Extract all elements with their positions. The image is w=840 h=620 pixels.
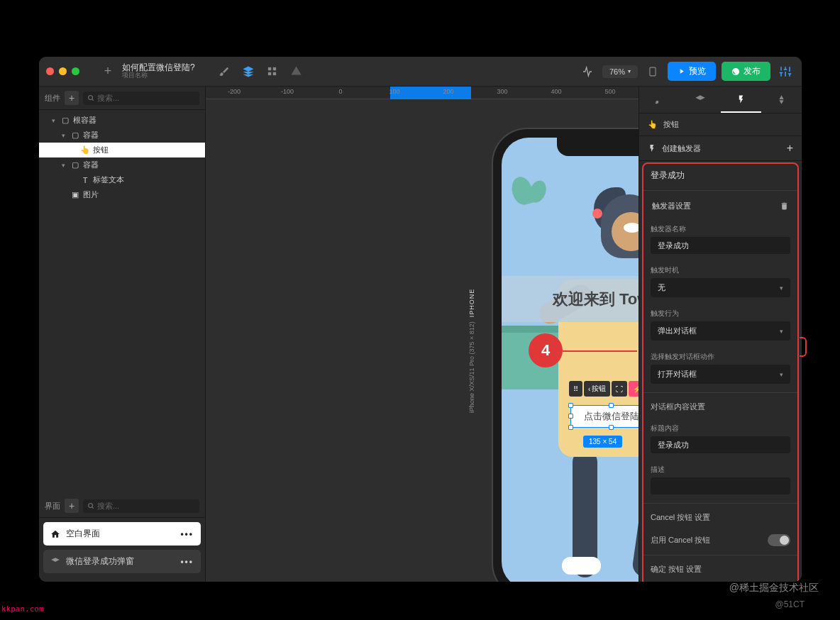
enable-cancel-label: 启用 Cancel 按钮 xyxy=(651,535,710,546)
horizontal-ruler: -200 -100 0 100 200 300 400 500 xyxy=(206,87,639,99)
grid-icon[interactable] xyxy=(263,62,282,81)
device-icon[interactable] xyxy=(643,62,662,81)
scene-blank[interactable]: 空白界面••• xyxy=(43,522,201,546)
device-label: iPhone X/XS/11 Pro (375 × 812) IPHONE xyxy=(468,289,475,413)
svg-rect-0 xyxy=(268,67,271,70)
element-toolbar: ⠿ ‹ 按钮 ⛶ ⚡ xyxy=(569,381,639,397)
tab-actions[interactable] xyxy=(721,87,761,113)
scene-list: 空白界面••• 微信登录成功弹窗••• xyxy=(39,518,205,582)
trigger-name-input[interactable] xyxy=(651,237,790,254)
annotation-small-box xyxy=(800,337,807,357)
tree-image[interactable]: ▣图片 xyxy=(39,187,205,202)
scenes-header: 界面 + 搜索... xyxy=(39,494,205,518)
scene-menu-icon[interactable]: ••• xyxy=(180,557,194,567)
speed-icon[interactable] xyxy=(578,62,597,81)
trigger-time-label: 触发时机 xyxy=(651,265,790,275)
svg-point-6 xyxy=(89,504,93,508)
phone-notch xyxy=(557,138,639,156)
traffic-lights xyxy=(46,67,79,75)
trigger-config-panel: 登录成功 触发器设置 触发器名称 触发时机 无▾ xyxy=(642,162,799,582)
tree-label-text[interactable]: T标签文本 xyxy=(39,172,205,187)
tab-layers[interactable] xyxy=(680,87,720,113)
breadcrumb-row: 👆 按钮 xyxy=(639,114,802,136)
phone-frame: 欢迎来到 Towify ⠿ ‹ 按钮 ⛶ ⚡ 点击微信登陆 xyxy=(493,129,639,582)
add-scene-button[interactable]: + xyxy=(65,499,79,513)
desc-label: 描述 xyxy=(651,465,790,475)
add-tab-button[interactable]: + xyxy=(99,63,116,80)
scene-search-input[interactable]: 搜索... xyxy=(83,499,199,513)
left-panel: 组件 + 搜索... ▾▢根容器 ▾▢容器 👆按钮 ▾▢容器 T标签文本 ▣图片… xyxy=(39,87,206,582)
app-window: + 如何配置微信登陆? 项目名称 76%▾ 预览 xyxy=(39,57,802,582)
cancel-settings-header: Cancel 按钮 设置 xyxy=(643,506,797,528)
annotation-badge: 4 xyxy=(529,333,563,367)
trigger-name-label: 触发器名称 xyxy=(651,224,790,234)
watermark-right-1: @稀土掘金技术社区 xyxy=(729,582,819,594)
cloud-icon[interactable] xyxy=(287,62,306,81)
welcome-banner[interactable]: 欢迎来到 Towify xyxy=(502,276,639,322)
preview-button[interactable]: 预览 xyxy=(668,62,716,81)
components-header: 组件 + 搜索... xyxy=(39,87,205,110)
login-button[interactable]: 点击微信登陆 xyxy=(571,406,639,427)
publish-button[interactable]: 发布 xyxy=(722,62,770,81)
canvas[interactable]: -200 -100 0 100 200 300 400 500 iPhone X… xyxy=(206,87,639,582)
title-content-input[interactable] xyxy=(651,436,790,453)
svg-rect-1 xyxy=(273,67,276,70)
tab-widgets[interactable] xyxy=(761,87,802,113)
bolt-icon xyxy=(648,143,656,153)
create-trigger-row[interactable]: 创建触发器 + xyxy=(639,136,802,161)
tree-button[interactable]: 👆按钮 xyxy=(39,143,205,157)
tree-root-container[interactable]: ▾▢根容器 xyxy=(39,113,205,128)
minimize-icon[interactable] xyxy=(59,67,67,75)
trigger-settings-header: 触发器设置 xyxy=(643,194,797,218)
desc-input[interactable] xyxy=(651,477,790,494)
right-panel-tabs xyxy=(639,87,802,114)
tree-container-1[interactable]: ▾▢容器 xyxy=(39,128,205,143)
tree-container-2[interactable]: ▾▢容器 xyxy=(39,157,205,172)
phone-screen[interactable]: 欢迎来到 Towify ⠿ ‹ 按钮 ⛶ ⚡ 点击微信登陆 xyxy=(502,138,639,582)
svg-rect-2 xyxy=(268,72,271,75)
tab-style[interactable] xyxy=(639,87,680,113)
layers-icon[interactable] xyxy=(239,62,258,81)
close-icon[interactable] xyxy=(46,67,54,75)
bolt-icon[interactable]: ⚡ xyxy=(629,381,639,397)
watermark-left: kkpan.com xyxy=(1,604,44,614)
component-search-input[interactable]: 搜索... xyxy=(83,92,199,105)
svg-rect-4 xyxy=(650,67,656,76)
trigger-time-select[interactable]: 无▾ xyxy=(651,278,790,297)
zoom-selector[interactable]: 76%▾ xyxy=(602,65,638,78)
dialog-action-label: 选择触发对话框动作 xyxy=(651,352,790,362)
settings-icon[interactable] xyxy=(776,62,795,81)
size-badge: 135 × 54 xyxy=(583,436,622,448)
trigger-action-label: 触发行为 xyxy=(651,309,790,319)
maximize-icon[interactable] xyxy=(72,67,79,75)
add-component-button[interactable]: + xyxy=(65,91,79,105)
watermark-right-2: @51CT xyxy=(775,599,805,609)
right-panel: 👆 按钮 创建触发器 + 登录成功 触发器设置 xyxy=(639,87,802,582)
add-trigger-button[interactable]: + xyxy=(787,142,793,155)
element-type-chip[interactable]: ‹ 按钮 xyxy=(584,381,610,397)
pointer-icon: 👆 xyxy=(648,120,658,129)
dialog-content-header: 对话框内容设置 xyxy=(643,396,797,418)
title-content-label: 标题内容 xyxy=(651,424,790,433)
topbar: + 如何配置微信登陆? 项目名称 76%▾ 预览 xyxy=(39,57,802,87)
scene-wechat-popup[interactable]: 微信登录成功弹窗••• xyxy=(43,550,201,573)
dialog-action-select[interactable]: 打开对话框▾ xyxy=(651,365,790,384)
svg-rect-3 xyxy=(273,72,276,75)
trigger-action-select[interactable]: 弹出对话框▾ xyxy=(651,321,790,341)
brush-icon[interactable] xyxy=(215,62,233,81)
annotation-line xyxy=(563,350,637,352)
layer-tree: ▾▢根容器 ▾▢容器 👆按钮 ▾▢容器 T标签文本 ▣图片 xyxy=(39,110,205,494)
confirm-settings-header: 确定 按钮 设置 xyxy=(643,558,797,580)
scene-menu-icon[interactable]: ••• xyxy=(180,529,194,539)
enable-cancel-toggle[interactable] xyxy=(768,534,790,546)
project-title[interactable]: 如何配置微信登陆? 项目名称 xyxy=(122,63,195,79)
svg-point-5 xyxy=(89,96,93,100)
expand-icon[interactable]: ⛶ xyxy=(612,381,627,397)
drag-handle-icon[interactable]: ⠿ xyxy=(569,381,582,397)
trigger-title[interactable]: 登录成功 xyxy=(643,164,797,187)
delete-trigger-button[interactable] xyxy=(780,201,789,211)
